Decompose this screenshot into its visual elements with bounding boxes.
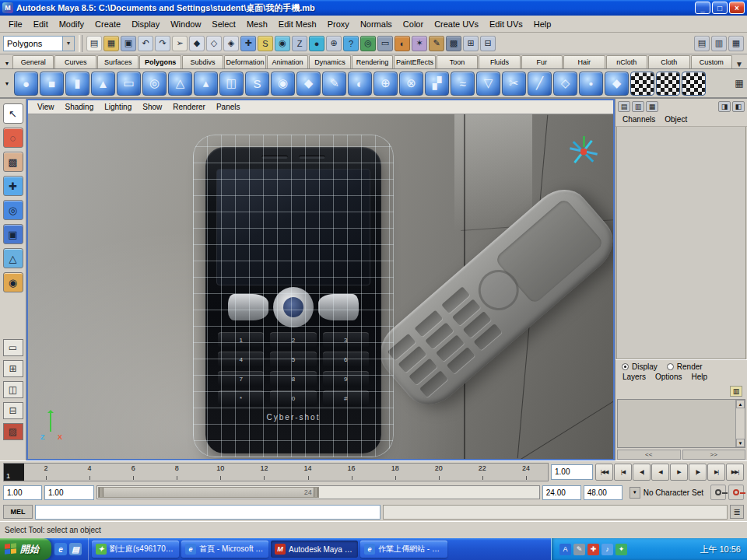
menu-item[interactable]: Create bbox=[89, 17, 126, 31]
menu-item[interactable]: Edit UVs bbox=[484, 17, 528, 31]
command-input[interactable] bbox=[35, 505, 381, 520]
taskbar-task-maya[interactable]: M Autodesk Maya 8.5: C... bbox=[271, 541, 358, 558]
panel-menu-item[interactable]: Shading bbox=[61, 101, 99, 113]
snap-curve-icon[interactable]: S bbox=[258, 36, 273, 51]
separate-icon[interactable]: ⊗ bbox=[399, 72, 423, 96]
menu-item[interactable]: Edit Mesh bbox=[273, 17, 322, 31]
mel-label[interactable]: MEL bbox=[3, 505, 33, 519]
rotate-tool-icon[interactable]: ◎ bbox=[3, 200, 23, 220]
redo-icon[interactable]: ↷ bbox=[155, 36, 170, 51]
playback-end-field[interactable]: 24.00 bbox=[542, 485, 581, 500]
auto-keyframe-button[interactable] bbox=[728, 485, 744, 500]
titlebar[interactable]: M Autodesk Maya 8.5: C:\Documents and Se… bbox=[0, 0, 747, 16]
channel-list[interactable] bbox=[616, 127, 746, 359]
menu-item[interactable]: Normals bbox=[355, 17, 398, 31]
hypershade-icon[interactable]: ▩ bbox=[446, 36, 461, 51]
channel-slider-speed-fast-icon[interactable]: ▦ bbox=[646, 101, 658, 112]
layer-list[interactable]: ▲ ▼ bbox=[617, 399, 745, 448]
step-back-frame-button[interactable]: |◀ bbox=[614, 464, 632, 481]
toggle-attribute-editor-icon[interactable]: ▤ bbox=[694, 36, 710, 51]
create-layer-icon[interactable]: ▥ bbox=[730, 386, 742, 397]
time-ruler[interactable]: 1 24681012141618202224 bbox=[3, 463, 549, 481]
step-forward-frame-button[interactable]: ▶| bbox=[707, 464, 725, 481]
poly-cone-icon[interactable]: ▲ bbox=[91, 72, 115, 96]
frame-tick[interactable]: 2 bbox=[24, 464, 68, 481]
poly-prism-icon[interactable]: △ bbox=[168, 72, 192, 96]
shelf-tab[interactable]: Deformation bbox=[224, 55, 265, 68]
panel-menu-item[interactable]: View bbox=[33, 101, 59, 113]
poly-helix-icon[interactable]: S bbox=[245, 72, 269, 96]
menu-item[interactable]: Color bbox=[398, 17, 429, 31]
ime-indicator-icon[interactable]: A bbox=[559, 544, 571, 555]
layer-editor-menu-item[interactable]: Help bbox=[687, 373, 711, 384]
display-radio[interactable]: Display bbox=[622, 362, 658, 371]
tablet-pen-icon[interactable]: ✎ bbox=[573, 544, 585, 555]
layer-editor-menu-item[interactable]: Options bbox=[651, 373, 686, 384]
merge-vertices-icon[interactable]: • bbox=[579, 72, 603, 96]
menu-item[interactable]: Display bbox=[126, 17, 165, 31]
construction-history-icon[interactable]: ⊕ bbox=[326, 36, 342, 51]
perspective-viewport[interactable]: ViewShadingLightingShowRendererPanels bbox=[26, 99, 615, 460]
taskbar-task-upload[interactable]: e 作業上傳網站 - 圖片... bbox=[360, 541, 447, 558]
channel-slider-speed-slow-icon[interactable]: ▤ bbox=[618, 101, 630, 112]
select-tool-icon[interactable]: ↖ bbox=[3, 103, 23, 124]
close-button[interactable]: × bbox=[729, 2, 745, 14]
shelf-tab[interactable]: Toon bbox=[437, 55, 478, 68]
shelf-tab[interactable]: nCloth bbox=[606, 55, 647, 68]
open-scene-icon[interactable]: ▦ bbox=[103, 36, 119, 51]
extract-icon[interactable]: ▞ bbox=[425, 72, 449, 96]
four-pane-layout-icon[interactable]: ⊞ bbox=[3, 360, 23, 377]
paint-effects-icon[interactable]: ✎ bbox=[429, 36, 444, 51]
shelf-tab-arrow-icon[interactable]: ▼ bbox=[2, 78, 12, 89]
poly-platonic-icon[interactable]: ◆ bbox=[296, 72, 321, 96]
collapse-right-button[interactable]: >> bbox=[682, 450, 746, 460]
frame-tick[interactable]: 22 bbox=[461, 464, 504, 481]
menu-set-selector[interactable]: Polygons ▼ bbox=[3, 36, 75, 51]
frame-tick[interactable]: 20 bbox=[417, 464, 461, 481]
panel-menu-item[interactable]: Renderer bbox=[168, 101, 210, 113]
poly-pyramid-icon[interactable]: ▴ bbox=[194, 72, 218, 96]
shelf-tab[interactable]: Custom bbox=[691, 55, 732, 68]
taskbar-task-ie-home[interactable]: e 首頁 - Microsoft Inter... bbox=[181, 541, 268, 558]
render-settings-icon[interactable]: ✶ bbox=[412, 36, 427, 51]
select-mask-icon[interactable]: ◈ bbox=[223, 36, 239, 51]
snap-grid-icon[interactable]: ✚ bbox=[240, 36, 256, 51]
shelf-delete-icon[interactable]: ▦ bbox=[733, 72, 745, 94]
volume-icon[interactable]: ♪ bbox=[601, 544, 613, 555]
set-key-button[interactable] bbox=[710, 485, 726, 500]
poly-cube-icon[interactable]: ■ bbox=[40, 72, 64, 96]
grid-display-icon[interactable]: ⊞ bbox=[463, 36, 479, 51]
universal-manipulator-icon[interactable]: △ bbox=[3, 248, 23, 268]
script-editor-icon[interactable]: ≣ bbox=[730, 505, 744, 519]
collapse-left-button[interactable]: << bbox=[617, 450, 681, 460]
shelf-tab[interactable]: Polygons bbox=[139, 55, 181, 68]
range-bar[interactable]: 24 bbox=[98, 487, 319, 498]
shelf-tab[interactable]: Dynamics bbox=[309, 55, 350, 68]
frame-tick[interactable]: 12 bbox=[242, 464, 286, 481]
menu-item[interactable]: Proxy bbox=[322, 17, 355, 31]
save-scene-icon[interactable]: ▣ bbox=[121, 36, 136, 51]
channel-slider-speed-medium-icon[interactable]: ▥ bbox=[632, 101, 644, 112]
render-frame-icon[interactable]: ▭ bbox=[377, 36, 393, 51]
poly-plane-icon[interactable]: ▭ bbox=[117, 72, 141, 96]
shelf-editor-icon[interactable]: ▼ bbox=[733, 60, 745, 68]
menu-item[interactable]: Help bbox=[528, 17, 557, 31]
paint-selection-tool-icon[interactable]: ▩ bbox=[3, 152, 23, 172]
new-scene-icon[interactable]: ▤ bbox=[86, 36, 102, 51]
menu-item[interactable]: Window bbox=[165, 17, 206, 31]
channel-box-menu-item[interactable]: Channels bbox=[619, 114, 659, 126]
poly-soccer-icon[interactable]: ◉ bbox=[271, 72, 295, 96]
shelf-tab[interactable]: General bbox=[12, 55, 54, 68]
render-radio[interactable]: Render bbox=[667, 362, 703, 371]
single-pane-layout-icon[interactable]: ▭ bbox=[3, 339, 23, 356]
current-frame-marker[interactable]: 1 bbox=[4, 464, 24, 481]
smooth-icon[interactable]: ≈ bbox=[451, 72, 475, 96]
ipr-render-icon[interactable]: ◐ bbox=[395, 36, 410, 51]
scroll-up-icon[interactable]: ▲ bbox=[736, 400, 745, 408]
poly-sphere-icon[interactable]: ● bbox=[14, 72, 38, 96]
go-to-end-button[interactable]: ▶▶| bbox=[726, 464, 744, 481]
field-entry-icon[interactable]: ⊟ bbox=[480, 36, 496, 51]
animation-end-field[interactable]: 48.00 bbox=[584, 485, 622, 500]
layer-editor-menu-item[interactable]: Layers bbox=[619, 373, 650, 384]
play-forwards-button[interactable]: ▶ bbox=[670, 464, 688, 481]
